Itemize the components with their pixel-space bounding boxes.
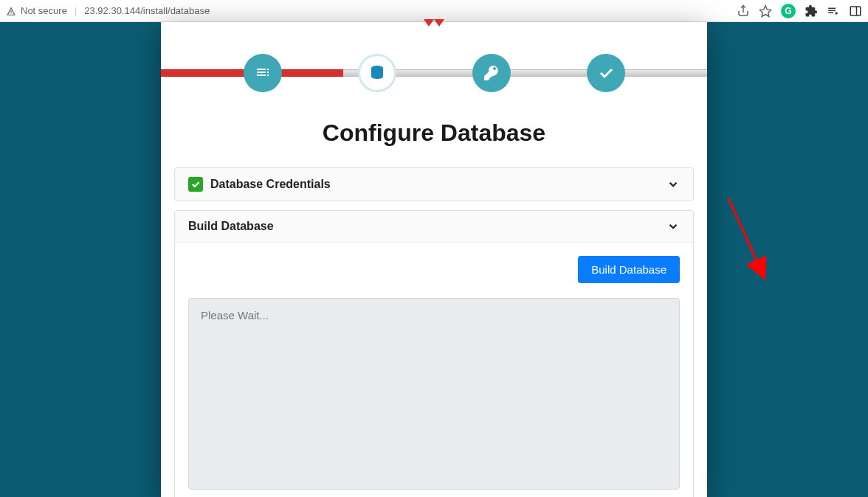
step-keys[interactable] [472,54,511,92]
url-separator: | [75,5,77,16]
browser-actions: G [737,4,862,18]
page-title: Configure Database [161,119,707,147]
key-icon [483,64,500,82]
installer-card: Configure Database Database Credentials [161,22,707,497]
list-icon [254,64,272,82]
stepper [161,43,707,103]
extensions-icon[interactable] [805,4,818,18]
grammarly-extension-icon[interactable]: G [781,4,796,18]
not-secure-icon [6,6,16,16]
card-header [161,22,707,43]
check-icon [597,64,615,82]
accordion-label-credentials: Database Credentials [210,178,331,191]
chevron-down-icon [666,178,680,191]
accordion-label-build: Build Database [188,220,274,233]
logo-icon [422,22,446,32]
step-finish[interactable] [587,54,625,92]
chevron-down-icon [666,220,680,233]
svg-rect-0 [850,7,861,15]
annotation-arrow-icon [721,195,780,305]
page-background: Configure Database Database Credentials [0,22,868,497]
database-icon [368,64,386,82]
build-database-button[interactable]: Build Database [578,256,680,283]
accordion: Database Credentials Build Da [174,167,694,497]
playlist-icon[interactable] [827,4,840,18]
accordion-header-build[interactable]: Build Database [175,211,693,242]
security-label: Not secure [21,5,67,16]
step-requirements[interactable] [244,54,282,92]
bookmark-star-icon[interactable] [759,4,772,18]
url-text: 23.92.30.144/install/database [84,5,210,16]
accordion-body-build: Build Database [175,242,693,497]
track-segment-pending [343,69,707,77]
accordion-credentials: Database Credentials [174,167,694,201]
browser-url-area[interactable]: Not secure | 23.92.30.144/install/databa… [6,5,210,16]
accordion-build: Build Database Build Database [174,210,694,497]
accordion-header-credentials[interactable]: Database Credentials [175,168,693,201]
step-database[interactable] [358,54,396,92]
build-output [188,298,680,490]
svg-line-3 [728,198,762,272]
share-icon[interactable] [737,4,750,18]
panel-icon[interactable] [849,4,862,18]
completed-check-icon [188,177,203,192]
